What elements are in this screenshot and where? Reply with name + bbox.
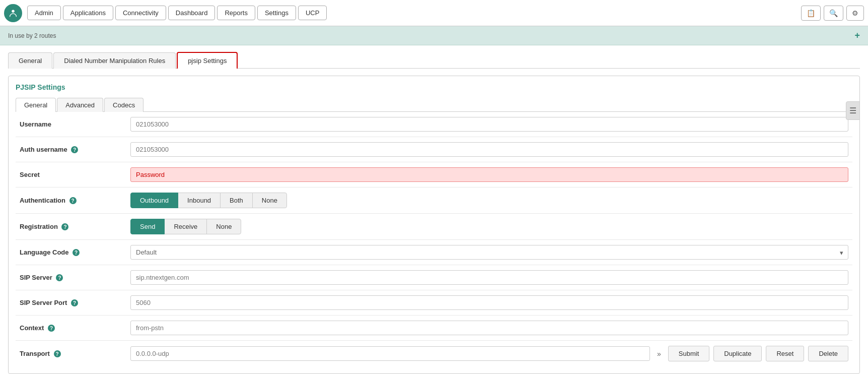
registration-cell: Send Receive None	[126, 214, 852, 240]
sub-tab-general[interactable]: General	[16, 98, 56, 112]
nav-settings[interactable]: Settings	[257, 6, 296, 20]
nav-connectivity[interactable]: Connectivity	[115, 6, 166, 20]
authentication-help-icon[interactable]: ?	[69, 197, 77, 204]
reg-receive-button[interactable]: Receive	[164, 219, 207, 234]
context-cell	[126, 316, 852, 341]
authentication-cell: Outbound Inbound Both None	[126, 188, 852, 214]
add-route-button[interactable]: +	[854, 30, 860, 41]
auth-both-button[interactable]: Both	[220, 193, 253, 208]
sip-server-cell	[126, 265, 852, 290]
language-code-help-icon[interactable]: ?	[73, 249, 80, 256]
reg-none-button[interactable]: None	[206, 219, 241, 234]
transport-label: Transport ?	[16, 341, 126, 367]
auth-username-cell	[126, 137, 852, 162]
reg-send-button[interactable]: Send	[130, 219, 165, 234]
transport-input[interactable]	[130, 346, 650, 361]
table-row: Username	[16, 112, 852, 137]
sub-tab-codecs[interactable]: Codecs	[104, 98, 143, 112]
context-help-icon[interactable]: ?	[48, 325, 55, 332]
clipboard-icon[interactable]: 📋	[801, 6, 821, 21]
table-row: Registration ? Send Receive None	[16, 214, 852, 240]
navbar-right: 📋 🔍 ⚙	[801, 6, 864, 21]
transport-input-row: » Submit Duplicate Reset Delete	[130, 346, 848, 361]
duplicate-button[interactable]: Duplicate	[713, 346, 762, 361]
sub-tabs: General Advanced Codecs	[16, 97, 852, 112]
table-row: Secret	[16, 162, 852, 188]
auth-none-button[interactable]: None	[252, 193, 287, 208]
transport-arrow-icon: »	[654, 350, 664, 358]
sip-server-label: SIP Server ?	[16, 265, 126, 290]
tab-pjsip[interactable]: pjsip Settings	[177, 52, 238, 69]
authentication-button-group: Outbound Inbound Both None	[130, 193, 848, 208]
nav-reports[interactable]: Reports	[217, 6, 255, 20]
transport-cell: » Submit Duplicate Reset Delete	[126, 341, 852, 367]
context-input[interactable]	[130, 321, 848, 335]
sidebar-toggle-button[interactable]: ☰	[846, 101, 860, 120]
app-logo	[4, 4, 22, 22]
context-label: Context ?	[16, 316, 126, 341]
table-row: Language Code ? Default	[16, 240, 852, 265]
info-bar-text: In use by 2 routes	[8, 32, 56, 39]
table-row: Authentication ? Outbound Inbound Both N…	[16, 188, 852, 214]
pjsip-section: PJSIP Settings ☰ General Advanced Codecs…	[8, 76, 860, 374]
info-bar: In use by 2 routes +	[0, 26, 868, 45]
username-cell	[126, 112, 852, 137]
transport-help-icon[interactable]: ?	[54, 350, 61, 357]
auth-username-help-icon[interactable]: ?	[71, 146, 78, 153]
language-code-select-wrapper: Default	[130, 245, 848, 260]
svg-point-0	[12, 10, 15, 12]
registration-label: Registration ?	[16, 214, 126, 240]
sip-server-help-icon[interactable]: ?	[56, 274, 63, 281]
pjsip-form: Username Auth username ?	[16, 112, 852, 366]
submit-button[interactable]: Submit	[668, 346, 709, 361]
language-code-select[interactable]: Default	[130, 245, 848, 260]
delete-button[interactable]: Delete	[808, 346, 848, 361]
pjsip-title: PJSIP Settings	[16, 83, 852, 91]
gear-icon[interactable]: ⚙	[846, 6, 864, 21]
content-area: General Dialed Number Manipulation Rules…	[0, 45, 868, 374]
search-icon[interactable]: 🔍	[824, 6, 843, 21]
tab-dnmr[interactable]: Dialed Number Manipulation Rules	[53, 52, 176, 69]
authentication-label: Authentication ?	[16, 188, 126, 214]
secret-label: Secret	[16, 162, 126, 188]
nav-applications[interactable]: Applications	[63, 6, 113, 20]
secret-input[interactable]	[130, 167, 848, 182]
table-row: SIP Server Port ?	[16, 290, 852, 316]
language-code-cell: Default	[126, 240, 852, 265]
sip-server-input[interactable]	[130, 270, 848, 285]
sip-server-port-cell	[126, 290, 852, 316]
table-row: Auth username ?	[16, 137, 852, 162]
nav-dashboard[interactable]: Dashboard	[168, 6, 215, 20]
nav-ucp[interactable]: UCP	[298, 6, 327, 20]
sip-server-port-label: SIP Server Port ?	[16, 290, 126, 316]
reset-button[interactable]: Reset	[766, 346, 804, 361]
auth-username-label: Auth username ?	[16, 137, 126, 162]
username-input[interactable]	[130, 117, 848, 132]
table-row: SIP Server ?	[16, 265, 852, 290]
sip-server-port-input[interactable]	[130, 295, 848, 310]
auth-inbound-button[interactable]: Inbound	[178, 193, 221, 208]
auth-outbound-button[interactable]: Outbound	[130, 193, 178, 208]
table-row: Transport ? » Submit Duplicate Reset Del…	[16, 341, 852, 367]
sip-server-port-help-icon[interactable]: ?	[71, 299, 78, 306]
username-label: Username	[16, 112, 126, 137]
main-tabs: General Dialed Number Manipulation Rules…	[8, 51, 860, 69]
tab-general[interactable]: General	[8, 52, 52, 69]
navbar: Admin Applications Connectivity Dashboar…	[0, 0, 868, 26]
secret-cell	[126, 162, 852, 188]
registration-help-icon[interactable]: ?	[61, 223, 68, 230]
auth-username-input[interactable]	[130, 142, 848, 157]
sub-tab-advanced[interactable]: Advanced	[57, 98, 103, 112]
nav-admin[interactable]: Admin	[27, 6, 61, 20]
table-row: Context ?	[16, 316, 852, 341]
registration-button-group: Send Receive None	[130, 219, 848, 234]
language-code-label: Language Code ?	[16, 240, 126, 265]
